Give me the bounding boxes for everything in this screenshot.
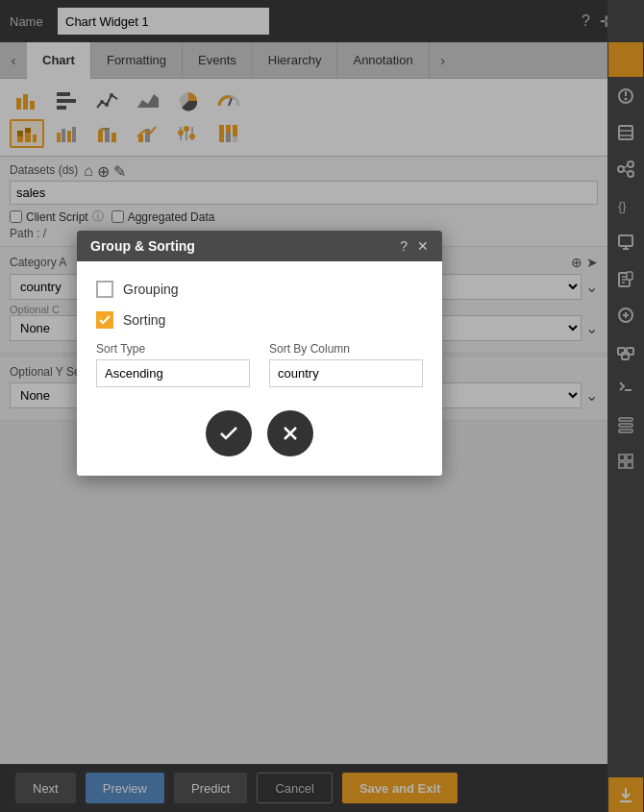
modal-header: Group & Sorting ? ✕ <box>77 231 442 261</box>
modal-help-icon[interactable]: ? <box>400 238 408 254</box>
group-sorting-modal: Group & Sorting ? ✕ Grouping Sorting <box>77 231 442 476</box>
sort-row: Sort Type Ascending Descending Sort By C… <box>96 342 423 387</box>
modal-title: Group & Sorting <box>90 238 195 254</box>
grouping-label: Grouping <box>123 282 179 297</box>
sort-type-label: Sort Type <box>96 342 250 356</box>
modal-header-icons: ? ✕ <box>400 238 429 254</box>
sort-by-select[interactable]: country sales region <box>269 359 423 387</box>
modal-buttons <box>96 410 423 456</box>
modal-body: Grouping Sorting Sort Type Ascending Des… <box>77 261 442 476</box>
sort-by-label: Sort By Column <box>269 342 423 356</box>
modal-overlay[interactable]: Group & Sorting ? ✕ Grouping Sorting <box>0 0 644 812</box>
modal-cancel-button[interactable] <box>267 410 313 456</box>
sort-by-col: Sort By Column country sales region <box>269 342 423 387</box>
sorting-row: Sorting <box>96 311 423 329</box>
grouping-checkbox[interactable] <box>96 281 113 298</box>
modal-close-icon[interactable]: ✕ <box>417 238 429 254</box>
sorting-checkbox[interactable] <box>96 311 113 329</box>
grouping-row: Grouping <box>96 281 423 298</box>
modal-ok-button[interactable] <box>206 410 252 456</box>
sort-type-col: Sort Type Ascending Descending <box>96 342 250 387</box>
sort-type-select[interactable]: Ascending Descending <box>96 359 250 387</box>
sorting-label: Sorting <box>123 312 165 328</box>
